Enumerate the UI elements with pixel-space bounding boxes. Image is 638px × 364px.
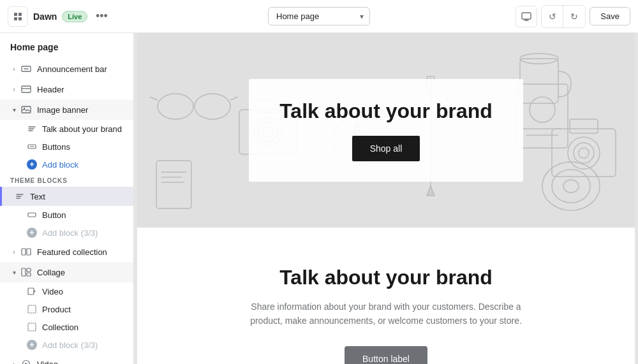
svg-rect-1 [19, 13, 22, 16]
undo-redo-group: ↺ ↻ [541, 5, 586, 28]
sidebar-item-collage[interactable]: ▾ Collage [0, 262, 133, 282]
video-section-label: Video [37, 360, 123, 365]
collection-child-label: Collection [42, 323, 78, 332]
sidebar-item-header[interactable]: › Header [0, 79, 133, 99]
topbar-right: ↺ ↻ Save [426, 5, 630, 28]
chevron-right-icon: › [10, 65, 18, 73]
image-banner-label: Image banner [37, 105, 123, 115]
svg-rect-21 [28, 213, 36, 217]
sidebar-child-collection[interactable]: Collection [0, 318, 133, 336]
collage-label: Collage [37, 268, 123, 277]
svg-rect-30 [28, 323, 36, 331]
svg-marker-28 [34, 290, 36, 293]
sidebar-child-talk-about-brand[interactable]: Talk about your brand [0, 120, 133, 138]
topbar: Dawn Live ••• Home page About Contact ↺ … [0, 0, 638, 33]
sidebar-item-announcement-bar[interactable]: › Announcement bar [0, 59, 133, 79]
text-child-icon [27, 124, 37, 134]
sidebar: Home page › Announcement bar › Header [0, 33, 134, 364]
product-child-label: Product [42, 305, 71, 314]
chevron-down-icon-banner: ▾ [10, 106, 18, 113]
theme-block-text[interactable]: Text [0, 187, 133, 206]
grid-icon-button[interactable] [8, 6, 28, 27]
svg-rect-27 [28, 288, 34, 295]
sidebar-child-button-block[interactable]: Button [0, 206, 133, 224]
svg-rect-22 [22, 249, 26, 255]
brand-section: Talk about your brand Share information … [137, 228, 635, 364]
chevron-right-icon-fc: › [10, 248, 18, 256]
page-select-wrapper: Home page About Contact [268, 7, 370, 25]
topbar-center: Home page About Contact [217, 7, 421, 25]
header-label: Header [37, 85, 123, 94]
monitor-icon-button[interactable] [516, 6, 537, 27]
announcement-bar-label: Announcement bar [37, 64, 123, 74]
sidebar-child-product[interactable]: Product [0, 300, 133, 318]
undo-button[interactable]: ↺ [542, 6, 563, 27]
sidebar-page-title: Home page [0, 33, 133, 59]
button-block-icon [27, 210, 37, 220]
theme-blocks-header: THEME BLOCKS [0, 173, 133, 187]
sidebar-item-video[interactable]: › Video [0, 354, 133, 364]
collage-icon [20, 266, 32, 278]
svg-rect-23 [27, 249, 31, 255]
chevron-down-icon-collage: ▾ [10, 268, 18, 276]
plus-circle-disabled-icon: + [27, 228, 37, 238]
save-button[interactable]: Save [590, 7, 630, 25]
announcement-bar-icon [20, 63, 32, 75]
plus-circle-icon: + [27, 159, 37, 170]
canvas-inner: Talk about your brand Shop all Talk abou… [137, 33, 635, 364]
svg-rect-0 [14, 13, 17, 16]
image-banner-icon [20, 104, 32, 115]
banner-overlay: Talk about your brand Shop all [249, 79, 523, 182]
header-icon [20, 84, 32, 95]
live-badge: Live [62, 11, 87, 22]
text-theme-label: Text [30, 192, 45, 201]
svg-rect-26 [27, 273, 31, 276]
add-block-33-label: Add block (3/3) [42, 228, 98, 238]
video-child-label: Video [42, 287, 63, 296]
page-select[interactable]: Home page About Contact [268, 7, 370, 25]
add-block-33-button[interactable]: + Add block (3/3) [0, 224, 133, 242]
svg-rect-9 [22, 86, 31, 92]
buttons-label: Buttons [42, 142, 70, 152]
featured-collection-icon [20, 246, 32, 258]
talk-about-brand-label: Talk about your brand [42, 124, 122, 134]
chevron-right-icon-header: › [10, 85, 18, 93]
banner-shop-all-button[interactable]: Shop all [352, 136, 420, 161]
featured-collection-label: Featured collection [37, 247, 123, 257]
sidebar-item-featured-collection[interactable]: › Featured collection [0, 242, 133, 262]
svg-rect-2 [14, 17, 17, 20]
add-block-label: Add block [42, 160, 78, 170]
sidebar-child-video[interactable]: Video [0, 282, 133, 300]
sidebar-item-image-banner[interactable]: ▾ Image banner [0, 99, 133, 120]
brand-section-button[interactable]: Button label [345, 346, 427, 364]
video-child-icon [27, 286, 37, 296]
product-child-icon [27, 304, 37, 314]
brand-section-title: Talk about your brand [163, 266, 609, 289]
add-block-collage-button[interactable]: + Add block (3/3) [0, 336, 133, 354]
redo-button[interactable]: ↻ [563, 6, 585, 27]
svg-point-12 [24, 108, 25, 109]
topbar-left: Dawn Live ••• [8, 6, 212, 27]
add-block-button[interactable]: + Add block [0, 156, 133, 173]
plus-circle-collage-icon: + [27, 340, 37, 350]
svg-rect-4 [522, 13, 531, 19]
banner-title: Talk about your brand [279, 99, 493, 123]
video-section-icon [20, 358, 32, 364]
svg-rect-3 [19, 17, 22, 20]
buttons-child-icon [27, 142, 37, 152]
button-block-label: Button [42, 210, 66, 220]
svg-rect-25 [27, 268, 31, 272]
sidebar-child-buttons[interactable]: Buttons [0, 138, 133, 156]
collection-child-icon [27, 322, 37, 332]
chevron-right-icon-video: › [10, 360, 18, 364]
brand-section-description: Share information about your brand with … [246, 300, 526, 328]
add-block-collage-label: Add block (3/3) [42, 340, 98, 350]
more-options-button[interactable]: ••• [93, 8, 110, 25]
canvas: Talk about your brand Shop all Talk abou… [134, 33, 638, 364]
text-theme-icon [15, 191, 25, 201]
store-name: Dawn [33, 11, 57, 22]
svg-rect-29 [28, 305, 36, 313]
main-area: Home page › Announcement bar › Header [0, 33, 638, 364]
svg-rect-24 [22, 268, 26, 276]
image-banner-section: Talk about your brand Shop all [137, 33, 635, 228]
